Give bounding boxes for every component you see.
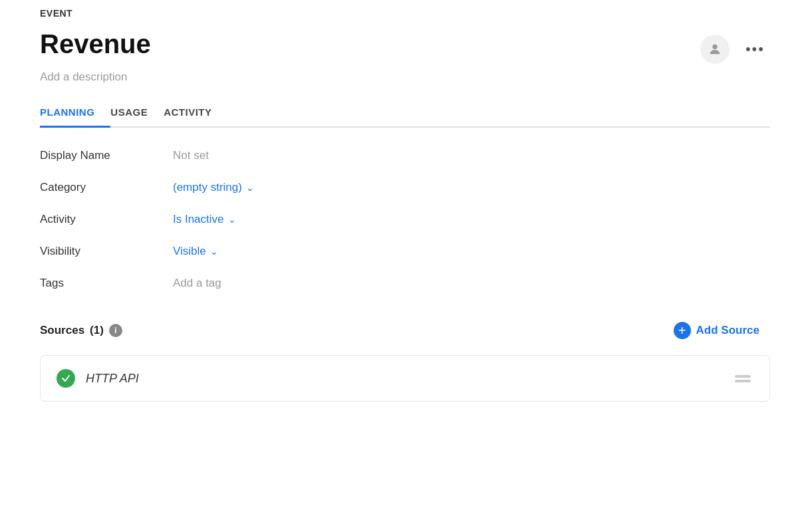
category-chevron-icon: ⌄ <box>246 182 254 193</box>
source-name: HTTP API <box>86 372 139 386</box>
activity-dropdown-text: Is Inactive <box>173 213 224 226</box>
breadcrumb: EVENT <box>40 0 770 24</box>
display-name-value: Not set <box>173 149 770 162</box>
description-field[interactable]: Add a description <box>40 70 770 84</box>
source-left: HTTP API <box>57 369 139 388</box>
source-row: HTTP API <box>40 355 770 402</box>
checkmark-icon <box>61 374 70 383</box>
tab-activity[interactable]: ACTIVITY <box>164 100 227 128</box>
avatar-button[interactable] <box>700 35 730 64</box>
drag-bar-2 <box>735 380 751 382</box>
sources-title: Sources (1) i <box>40 324 122 337</box>
category-value[interactable]: (empty string) ⌄ <box>173 181 770 194</box>
sources-header: Sources (1) i + Add Source <box>40 317 770 344</box>
activity-label: Activity <box>40 213 173 226</box>
visibility-label: Visibility <box>40 245 173 258</box>
add-source-plus-icon: + <box>674 322 691 339</box>
sources-label: Sources <box>40 324 84 337</box>
header-actions: ••• <box>700 35 770 64</box>
category-label: Category <box>40 181 173 194</box>
add-source-button[interactable]: + Add Source <box>663 317 770 344</box>
tags-add[interactable]: Add a tag <box>173 277 770 290</box>
visibility-value[interactable]: Visible ⌄ <box>173 245 770 258</box>
user-icon <box>708 42 722 57</box>
page-title: Revenue <box>40 29 151 59</box>
display-name-label: Display Name <box>40 149 173 162</box>
ellipsis-icon: ••• <box>745 41 765 57</box>
svg-point-0 <box>712 45 717 49</box>
add-source-label: Add Source <box>696 324 759 337</box>
category-dropdown[interactable]: (empty string) ⌄ <box>173 181 254 194</box>
visibility-dropdown[interactable]: Visible ⌄ <box>173 245 218 258</box>
sources-info-icon[interactable]: i <box>109 324 122 337</box>
sources-count: (1) <box>90 324 104 337</box>
tags-label: Tags <box>40 277 173 290</box>
source-active-icon <box>57 369 75 388</box>
visibility-chevron-icon: ⌄ <box>210 246 218 257</box>
tab-usage[interactable]: USAGE <box>110 100 164 128</box>
tabs-row: PLANNING USAGE ACTIVITY <box>40 100 770 128</box>
activity-chevron-icon: ⌄ <box>228 214 236 225</box>
activity-dropdown[interactable]: Is Inactive ⌄ <box>173 213 236 226</box>
header-row: Revenue ••• <box>40 29 770 64</box>
activity-value[interactable]: Is Inactive ⌄ <box>173 213 770 226</box>
more-options-button[interactable]: ••• <box>740 38 770 61</box>
drag-handle[interactable] <box>732 372 753 385</box>
visibility-dropdown-text: Visible <box>173 245 206 258</box>
properties-table: Display Name Not set Category (empty str… <box>40 149 770 290</box>
drag-bar-1 <box>735 375 751 378</box>
tab-planning[interactable]: PLANNING <box>40 100 110 128</box>
category-dropdown-text: (empty string) <box>173 181 242 194</box>
